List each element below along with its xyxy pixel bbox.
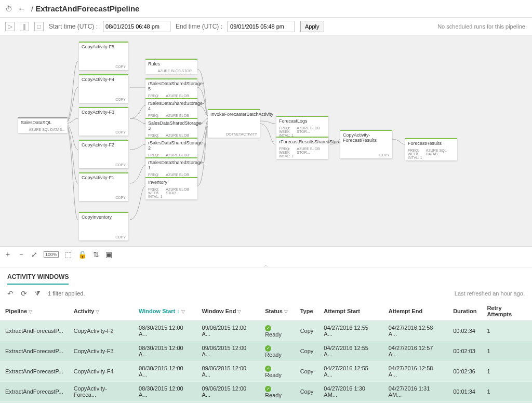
back-button[interactable]: ←: [18, 4, 26, 14]
zoom-in-icon[interactable]: ＋: [4, 250, 11, 259]
cell-type: Copy: [295, 341, 319, 361]
node-sales-data-sql[interactable]: SalesDataSQL AZURE SQL DATAB...: [18, 117, 68, 133]
cell-pipeline: ExtractAndForecastP...: [0, 341, 69, 361]
node-title: ForecastResults: [405, 139, 457, 147]
copy-tag: COPY: [115, 98, 126, 101]
cell-pipeline: ExtractAndForecastP...: [0, 321, 69, 341]
activity-windows-tab[interactable]: ACTIVITY WINDOWS: [7, 273, 69, 285]
node-meta: AZURE BLOB STOR...: [297, 147, 326, 158]
cell-activity: CopyActivity-F4: [69, 361, 134, 382]
node-meta: AZURE BLOB STOR...: [158, 69, 195, 73]
copy-tag: COPY: [115, 235, 126, 239]
cell-aend: 04/27/2016 1:31 AM...: [383, 382, 448, 402]
col-window-end[interactable]: Window End▽: [197, 302, 260, 321]
pause-button[interactable]: ‖: [20, 22, 29, 31]
node-meta: AZURE BLOB STOR...: [297, 126, 326, 137]
cell-wstart: 08/30/2015 12:00 A...: [134, 321, 197, 341]
cell-status: ✓Ready: [260, 361, 295, 382]
node-title: CopyActivity-F1: [79, 173, 128, 182]
node-copy-forecast-results[interactable]: CopyActivity-ForecastResults COPY: [340, 130, 392, 158]
panel-collapse-handle[interactable]: ︿: [0, 262, 532, 268]
cell-activity: CopyActivity-F3: [69, 341, 134, 361]
node-title: CopyInventory: [79, 213, 128, 221]
table-row[interactable]: ExtractAndForecastP...CopyActivity-F408/…: [0, 361, 532, 382]
cell-wend: 09/06/2015 12:00 A...: [197, 382, 260, 402]
node-copy-f5[interactable]: CopyActivity-F5 COPY: [79, 42, 128, 70]
apply-button[interactable]: Apply: [300, 21, 324, 32]
cell-astart: 04/27/2016 1:30 AM...: [318, 382, 383, 402]
activity-windows-header: ACTIVITY WINDOWS: [0, 268, 532, 285]
status-ok-icon: ✓: [265, 345, 271, 352]
pipeline-canvas[interactable]: SalesDataSQL AZURE SQL DATAB... CopyActi…: [0, 35, 532, 246]
prev-icon[interactable]: ↶: [7, 289, 14, 298]
cell-aend: 04/27/2016 12:58 A...: [383, 321, 448, 341]
node-title: Rules: [145, 60, 197, 68]
activity-tag: DOTNETACTIVITY: [226, 132, 257, 136]
last-refreshed: Last refreshed an hour ago.: [455, 290, 525, 297]
cell-aend: 04/27/2016 12:57 A...: [383, 341, 448, 361]
col-type[interactable]: Type: [295, 302, 319, 321]
end-time-input[interactable]: [228, 21, 295, 32]
zoom-out-icon[interactable]: －: [18, 250, 25, 259]
start-time-label: Start time (UTC) :: [49, 23, 98, 30]
cell-wend: 09/06/2015 12:00 A...: [197, 361, 260, 382]
col-status[interactable]: Status▽: [260, 302, 295, 321]
stop-button[interactable]: □: [34, 22, 44, 31]
cell-retry: 1: [482, 361, 532, 382]
col-activity[interactable]: Activity▽: [69, 302, 134, 321]
col-retry[interactable]: Retry Attempts: [482, 302, 532, 321]
col-attempt-start[interactable]: Attempt Start: [318, 302, 383, 321]
node-forecast-results-storage[interactable]: rForecastResultsSharedStorage FREQ: WEEK…: [276, 137, 328, 159]
play-button[interactable]: ▷: [5, 22, 15, 31]
node-title: Inventory: [145, 178, 197, 186]
cell-type: Copy: [295, 321, 319, 341]
refresh-icon[interactable]: ⟳: [21, 289, 27, 298]
cell-pipeline: ExtractAndForecastP...: [0, 382, 69, 402]
timer-icon: ⏱: [5, 5, 12, 13]
node-title: CopyActivity-F4: [79, 75, 128, 84]
start-time-input[interactable]: [103, 21, 170, 32]
col-pipeline[interactable]: Pipeline▽: [0, 302, 69, 321]
col-window-start[interactable]: Window Start ↓▽: [134, 302, 197, 321]
schedule-status: No scheduled runs for this pipeline.: [437, 23, 527, 30]
control-bar: ▷ ‖ □ Start time (UTC) : End time (UTC) …: [0, 18, 532, 35]
table-row[interactable]: ExtractAndForecastP...CopyActivity-Forec…: [0, 382, 532, 402]
node-copy-f1[interactable]: CopyActivity-F1 COPY: [79, 172, 128, 201]
node-forecast-results[interactable]: ForecastResults FREQ: WEEKINTVL: 1AZURE …: [405, 138, 457, 160]
status-ok-icon: ✓: [265, 386, 271, 392]
node-copy-f2[interactable]: CopyActivity-F2 COPY: [79, 140, 128, 168]
filter-icon[interactable]: ⧩: [34, 289, 41, 298]
node-copy-inventory[interactable]: CopyInventory COPY: [79, 212, 128, 240]
col-duration[interactable]: Duration: [448, 302, 482, 321]
table-row[interactable]: ExtractAndForecastP...CopyActivity-F308/…: [0, 341, 532, 361]
filter-status: 1 filter applied.: [48, 290, 85, 297]
col-attempt-end[interactable]: Attempt End: [383, 302, 448, 321]
cell-dur: 00:02:34: [448, 321, 482, 341]
cell-dur: 00:02:36: [448, 361, 482, 382]
table-row[interactable]: ExtractAndForecastP...CopyActivity-F208/…: [0, 321, 532, 341]
layout-icon[interactable]: ▣: [105, 250, 112, 259]
fit-icon[interactable]: ⤢: [31, 250, 37, 259]
breadcrumb-sep: /: [31, 4, 33, 13]
node-inventory[interactable]: Inventory FREQ: WEEKINTVL: 1AZURE BLOB S…: [145, 177, 197, 199]
node-title: rSalesDataSharedStorage-4: [145, 99, 197, 113]
lineage-icon[interactable]: ⇅: [93, 250, 99, 259]
lock-icon[interactable]: 🔒: [78, 250, 87, 259]
cell-status: ✓Ready: [260, 341, 295, 361]
node-copy-f3[interactable]: CopyActivity-F3 COPY: [79, 107, 128, 136]
node-invoke-forecaster[interactable]: InvokeForecasterBatchActivity DOTNETACTI…: [208, 109, 260, 138]
copy-tag: COPY: [115, 196, 126, 199]
node-title: CopyActivity-F3: [79, 108, 128, 116]
node-rules[interactable]: Rules AZURE BLOB STOR...: [145, 59, 197, 74]
node-title: SalesDataSharedStorage-3: [145, 119, 197, 132]
cell-astart: 04/27/2016 12:55 A...: [318, 321, 383, 341]
node-copy-f4[interactable]: CopyActivity-F4 COPY: [79, 74, 128, 103]
cell-astart: 04/27/2016 12:55 A...: [318, 361, 383, 382]
cell-type: Copy: [295, 361, 319, 382]
select-icon[interactable]: ⬚: [65, 250, 72, 259]
node-title: rSalesDataSharedStorage-1: [145, 158, 197, 172]
zoom-100-icon[interactable]: 100%: [44, 251, 59, 258]
breadcrumb-current: ExtractAndForecastPipeline: [35, 4, 139, 13]
node-title: SalesDataSQL: [18, 118, 68, 127]
node-forecast-logs[interactable]: ForecastLogs FREQ: WEEKINTVL: 1AZURE BLO…: [276, 116, 328, 138]
